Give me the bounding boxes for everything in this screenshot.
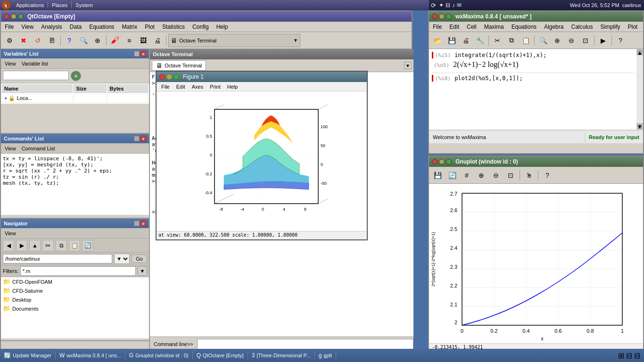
content-vscroll[interactable]: ▲ ▼	[636, 49, 643, 130]
wx-menu-equations[interactable]: Equations	[508, 23, 540, 31]
wx-menu-edit[interactable]: Edit	[446, 23, 463, 31]
terminal-tab[interactable]: 🖥 Octave Terminal	[152, 60, 206, 71]
applications-menu[interactable]: Applications	[12, 2, 48, 8]
terminal-selector[interactable]: 🖥 Octave Terminal ▼	[168, 34, 300, 47]
gp-min-btn[interactable]	[439, 159, 445, 165]
menu-help[interactable]: Help	[213, 23, 232, 31]
nav-cut[interactable]: ✂	[42, 240, 54, 251]
wx-menu-cell[interactable]: Cell	[463, 23, 480, 31]
taskbar-wxmaxima[interactable]: W wxMaxima 0.8.4 [ uns...	[56, 351, 125, 360]
nav-forward[interactable]: ▶	[16, 240, 27, 251]
tool-settings[interactable]: ⚙	[3, 34, 16, 47]
var-panel-pin[interactable]: □	[134, 51, 140, 57]
gp-close-btn[interactable]	[432, 159, 438, 165]
menu-plot[interactable]: Plot	[141, 23, 158, 31]
wx-menu-plot[interactable]: Plot	[624, 23, 642, 31]
cmd-panel-pin[interactable]	[134, 136, 140, 141]
wx-tool-settings[interactable]: 🔧	[473, 34, 487, 47]
nav-copy[interactable]: ⧉	[56, 240, 67, 251]
cmd-list[interactable]: Command List	[20, 145, 57, 152]
nav-paste[interactable]: 📋	[69, 240, 80, 251]
menu-matrix[interactable]: Matrix	[118, 23, 141, 31]
cmdline-input[interactable]	[197, 339, 413, 349]
var-panel-close[interactable]: ×	[140, 51, 146, 57]
wx-tool-paste[interactable]: 📋	[519, 34, 532, 47]
nav-panel-close[interactable]: ×	[140, 221, 146, 226]
menu-data[interactable]: Data	[66, 23, 85, 31]
wx-tool-copy[interactable]: ⧉	[505, 34, 518, 47]
wxmax-min-btn[interactable]	[439, 14, 445, 19]
list-item[interactable]: 📁 Desktop	[1, 295, 149, 304]
gp-tool-mouse[interactable]: 🖱	[522, 169, 536, 182]
tool-list[interactable]: ≡	[123, 34, 136, 47]
tool-image[interactable]: 🖼	[137, 34, 150, 47]
wx-tool-zoom-out[interactable]: ⊖	[565, 34, 578, 47]
wx-tool-save[interactable]: 💾	[445, 34, 458, 47]
taskbar-qtoctave[interactable]: Q QtOctave [Empty]	[193, 351, 248, 360]
wx-menu-algebra[interactable]: Algebra	[540, 23, 567, 31]
wx-tool-run[interactable]: ▶	[596, 34, 610, 47]
close-btn[interactable]	[4, 14, 9, 19]
taskbar-update-manager[interactable]: 🔄 Update Manager	[0, 351, 56, 360]
fig-menu-help[interactable]: Help	[224, 83, 241, 90]
list-item[interactable]: 📁 Documents	[1, 304, 149, 313]
filter-input[interactable]	[20, 266, 136, 276]
gp-tool-help[interactable]: ?	[541, 169, 554, 182]
terminal-dropdown-btn[interactable]: ▼	[404, 62, 412, 69]
wx-tool-search[interactable]: 🔍	[537, 34, 550, 47]
path-dropdown[interactable]: ▼	[114, 254, 130, 264]
tool-run[interactable]: ↺	[31, 34, 44, 47]
wx-tool-help[interactable]: ?	[614, 34, 627, 47]
list-item[interactable]: 📁 CFD-OpenFOAM	[1, 277, 149, 286]
show-desktop-icon[interactable]: ⊞	[618, 351, 624, 360]
nav-panel-pin[interactable]	[134, 221, 140, 226]
table-row[interactable]: + 🔒 Loca...	[2, 94, 148, 103]
taskbar-gplt[interactable]: g gplt	[315, 351, 336, 360]
wx-tool-print[interactable]: 🖨	[459, 34, 472, 47]
gp-tool-fit[interactable]: ⊡	[504, 169, 517, 182]
system-menu[interactable]: System	[72, 2, 97, 8]
wx-menu-maxima[interactable]: Maxima	[480, 23, 508, 31]
wx-menu-calculus[interactable]: Calculus	[567, 23, 596, 31]
tool-file[interactable]: 🖹	[45, 34, 58, 47]
places-menu[interactable]: Places	[48, 2, 71, 8]
fig-menu-print[interactable]: Print	[207, 83, 223, 90]
fig-max-btn[interactable]	[173, 74, 179, 80]
wx-menu-simplify[interactable]: Simplify	[597, 23, 624, 31]
max-btn[interactable]	[18, 14, 24, 19]
min-btn[interactable]	[11, 14, 17, 19]
cmd-view[interactable]: View	[3, 145, 18, 152]
tool-close[interactable]: ✖	[17, 34, 30, 47]
cmd-panel-close[interactable]: ×	[140, 136, 146, 141]
taskbar-3d[interactable]: 3 [Three-Dimensional P...	[248, 351, 315, 360]
var-view[interactable]: View	[3, 60, 18, 67]
go-button[interactable]: Go	[132, 255, 147, 263]
var-list[interactable]: Variable list	[20, 60, 50, 67]
fig-menu-axes[interactable]: Axes	[189, 83, 206, 90]
var-search-input[interactable]	[3, 71, 69, 80]
wx-tool-fit[interactable]: ⊡	[579, 34, 592, 47]
fig-menu-edit[interactable]: Edit	[173, 83, 188, 90]
vscroll-down[interactable]: ▼	[637, 123, 643, 129]
tool-help[interactable]: ?	[63, 34, 76, 47]
nav-back[interactable]: ◀	[3, 240, 14, 251]
fig-menu-file[interactable]: File	[158, 83, 173, 90]
fig-close-btn[interactable]	[159, 74, 165, 80]
gp-tool-save[interactable]: 💾	[431, 169, 444, 182]
gp-max-btn[interactable]	[446, 159, 452, 165]
menu-file[interactable]: File	[1, 23, 17, 31]
nav-view[interactable]: View	[3, 230, 18, 237]
gp-tool-grid[interactable]: #	[460, 169, 473, 182]
tool-zoom-in[interactable]: ⊕	[91, 34, 104, 47]
tool-search[interactable]: 🔍	[77, 34, 90, 47]
tool-print[interactable]: 🖨	[151, 34, 164, 47]
wxmaxima-content[interactable]: (%i5) integrate(1/(sqrt(x)+1),x); (%o5) …	[429, 49, 643, 130]
fig-min-btn[interactable]	[166, 74, 172, 80]
menu-equations[interactable]: Equations	[85, 23, 118, 31]
wx-tool-open[interactable]: 📂	[431, 34, 444, 47]
list-item[interactable]: 📁 CFD-Saturne	[1, 286, 149, 295]
vscroll-up[interactable]: ▲	[637, 49, 643, 55]
filter-dropdown-btn[interactable]: ▼	[138, 266, 147, 276]
taskbar-gnuplot[interactable]: G Gnuplot (window id : 0)	[125, 351, 193, 360]
tool-brush[interactable]: 🖌	[108, 34, 122, 47]
